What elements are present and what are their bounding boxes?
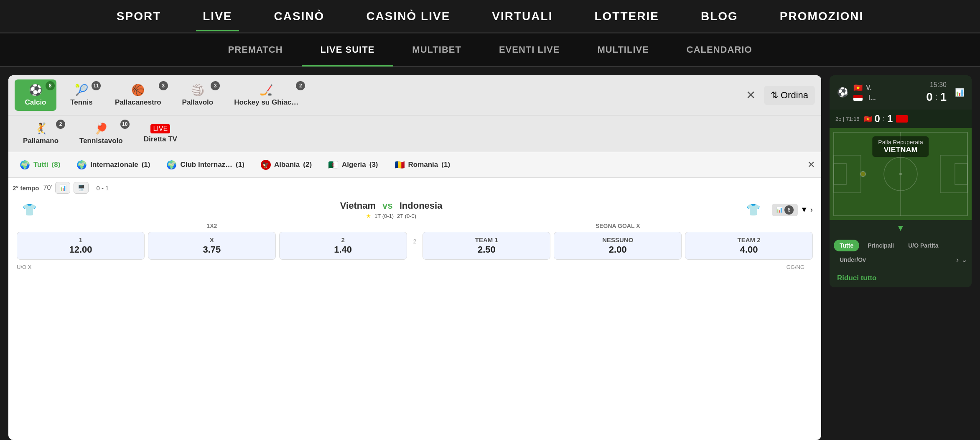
live-card-header: ⚽ 🇻🇳 V. I... 15:30 0 : [830, 75, 972, 110]
nav-sport[interactable]: SPORT [96, 10, 182, 23]
intern-count: (1) [142, 161, 150, 169]
sport-tab-pallacanestro[interactable]: 🏀 Pallacanestro 3 [107, 79, 170, 111]
pitch-event-text: Palla Recuperata VIETNAM [872, 136, 929, 157]
subnav-multilive[interactable]: MULTILIVE [578, 33, 667, 67]
nav-live[interactable]: LIVE [182, 10, 253, 23]
intern-label: Internazionale [90, 161, 138, 169]
albania-flag: 🦅 [261, 160, 271, 170]
pills-expand-button[interactable]: ⌄ [961, 255, 967, 264]
sport-tab-diretta-tv[interactable]: LIVE Diretta TV [135, 120, 186, 148]
sports-tabs-row1: ⚽ Calcio 8 🎾 Tennis 11 🏀 Pallacanestro 3… [8, 75, 821, 115]
navigate-match-button[interactable]: › [810, 205, 813, 214]
tennis-label: Tennis [70, 98, 93, 107]
filter-internazionale[interactable]: 🌍 Internazionale (1) [71, 156, 155, 173]
odds-value-team1: 2.50 [426, 244, 547, 255]
close-filters-button[interactable]: ✕ [807, 159, 815, 170]
stats-icon-button[interactable]: 📊 [55, 182, 70, 194]
markets-stats-button[interactable]: 📊 6 [772, 204, 798, 216]
club-count: (1) [236, 161, 244, 169]
svg-point-3 [899, 173, 902, 175]
live-score1: 0 [926, 90, 933, 104]
pill-tutte[interactable]: Tutte [834, 240, 859, 251]
odds-cell-team1[interactable]: TEAM 1 2.50 [423, 232, 550, 260]
tutti-label: Tutti [33, 161, 48, 169]
bottom-labels-row: U/O X GG/NG [13, 264, 817, 274]
uo-label: U/O X [17, 264, 31, 270]
expand-match-button[interactable]: ▼ [800, 205, 808, 214]
nav-casino[interactable]: CASINÒ [253, 10, 345, 23]
match-icons-row: 70' 📊 🖥️ [43, 182, 89, 194]
svg-point-8 [860, 171, 865, 177]
score-team2-num: 1 [887, 113, 893, 125]
match-current-score: 0 - 1 [96, 184, 109, 192]
pill-principali[interactable]: Principali [862, 240, 900, 251]
chevron-down-icon[interactable]: ▼ [896, 223, 905, 233]
sport-tab-pallavolo[interactable]: 🏐 Pallavolo 3 [174, 79, 222, 111]
riduci-tutto-button[interactable]: Riduci tutto [830, 269, 972, 287]
filter-romania[interactable]: 🇷🇴 Romania (1) [389, 156, 456, 173]
left-panel: ⚽ Calcio 8 🎾 Tennis 11 🏀 Pallacanestro 3… [8, 75, 821, 440]
pills-next-button[interactable]: › [956, 256, 959, 264]
odds-label-nessuno: NESSUNO [557, 236, 678, 243]
subnav-prematch[interactable]: PREMATCH [209, 33, 301, 67]
odds-cell-nessuno[interactable]: NESSUNO 2.00 [554, 232, 682, 260]
svg-rect-4 [834, 155, 861, 193]
odds-cell-2[interactable]: 2 1.40 [279, 232, 407, 260]
sport-tab-hockey[interactable]: 🏒 Hockey su Ghiac… 2 [226, 79, 307, 111]
divider-num: 2 [411, 223, 419, 260]
odds-group-segna: SEGNA GOAL X TEAM 1 2.50 NESSUNO 2.00 [423, 223, 813, 260]
subnav-calendario[interactable]: CALENDARIO [668, 33, 771, 67]
sport-tab-calcio[interactable]: ⚽ Calcio 8 [15, 79, 56, 111]
live-team2-row: I... [853, 94, 921, 102]
algeria-flag: 🇩🇿 [328, 160, 339, 170]
albania-label: Albania [274, 161, 300, 169]
filter-albania[interactable]: 🦅 Albania (2) [256, 156, 317, 173]
odds-label-1: 1 [20, 236, 141, 243]
sort-button[interactable]: ⇅ Ordina [764, 86, 815, 105]
odds-cell-x[interactable]: X 3.75 [148, 232, 276, 260]
pallamano-count: 2 [56, 120, 65, 129]
svg-rect-6 [940, 155, 967, 193]
nav-virtuali[interactable]: VIRTUALI [471, 10, 573, 23]
subnav-live-suite[interactable]: LIVE SUITE [302, 33, 394, 67]
odds-cells-segna: TEAM 1 2.50 NESSUNO 2.00 TEAM 2 4.00 [423, 232, 813, 260]
filter-club-intern[interactable]: 🌍 Club Internaz… (1) [161, 156, 249, 173]
live-stats-icon: 📊 [955, 88, 964, 97]
calcio-label: Calcio [25, 98, 46, 107]
live-teams-display: 🇻🇳 V. I... [853, 83, 921, 102]
odds-cell-team2[interactable]: TEAM 2 4.00 [685, 232, 813, 260]
subnav-multibet[interactable]: MULTIBET [393, 33, 480, 67]
live-team1-abbr: V. [866, 84, 872, 92]
odds-value-2: 1.40 [283, 244, 403, 255]
sport-tab-tennistavolo[interactable]: 🏓 Tennistavolo 10 [71, 118, 131, 149]
tennis-count: 11 [92, 81, 101, 90]
sport-tab-tennis[interactable]: 🎾 Tennis 11 [61, 79, 102, 111]
vs-label: vs [382, 200, 392, 211]
pallacanestro-label: Pallacanestro [115, 98, 161, 107]
odds-header-segna: SEGNA GOAL X [423, 223, 813, 229]
close-sports-button[interactable]: ✕ [746, 88, 756, 102]
nav-blog[interactable]: BLOG [680, 10, 759, 23]
bar-chart-icon: 📊 [776, 207, 783, 213]
team1-info: 👕 [17, 203, 42, 217]
tv-icon-button[interactable]: 🖥️ [74, 182, 89, 194]
diretta-tv-label: Diretta TV [144, 135, 177, 143]
live-match-card: ⚽ 🇻🇳 V. I... 15:30 0 : [830, 75, 972, 287]
nav-casino-live[interactable]: CASINÒ LIVE [345, 10, 471, 23]
filter-tutti[interactable]: 🌍 Tutti (8) [15, 156, 65, 173]
team2-name: Indonesia [400, 200, 443, 211]
live-team2-abbr: I... [868, 94, 876, 102]
svg-rect-7 [955, 164, 967, 184]
pill-under-ov[interactable]: Under/Ov [834, 254, 872, 266]
score-flag-vn: 🇻🇳 [864, 115, 872, 123]
sport-tab-pallamano[interactable]: 🤾 Pallamano 2 [15, 118, 67, 149]
sub-navigation: PREMATCH LIVE SUITE MULTIBET EVENTI LIVE… [0, 33, 980, 67]
pill-uo-partita[interactable]: U/O Partita [902, 240, 944, 251]
filter-algeria[interactable]: 🇩🇿 Algeria (3) [323, 156, 383, 173]
subnav-eventi-live[interactable]: EVENTI LIVE [480, 33, 578, 67]
nav-lotterie[interactable]: LOTTERIE [573, 10, 680, 23]
sports-tabs-row2: 🤾 Pallamano 2 🏓 Tennistavolo 10 LIVE Dir… [8, 115, 821, 152]
odds-cell-1[interactable]: 1 12.00 [17, 232, 145, 260]
nav-promozioni[interactable]: PROMOZIONI [759, 10, 884, 23]
match-meta: ★ 1T (0-1) 2T (0-0) [48, 213, 734, 219]
